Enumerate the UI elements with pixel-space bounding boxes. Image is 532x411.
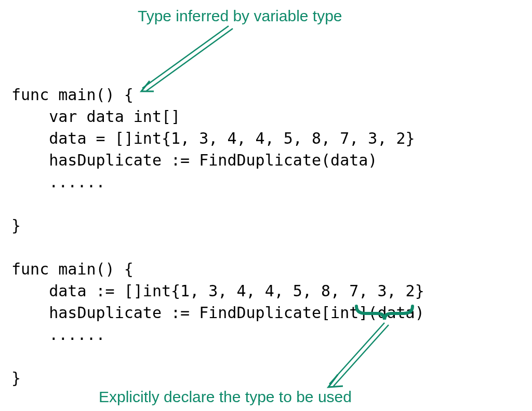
diagram-canvas: Type inferred by variable type func main… [0, 0, 532, 411]
annotation-bottom: Explicitly declare the type to be used [99, 388, 352, 406]
annotation-top: Type inferred by variable type [138, 7, 342, 25]
arrow-top [141, 26, 233, 91]
code-line: data := []int{1, 3, 4, 4, 5, 8, 7, 3, 2} [11, 282, 424, 300]
code-line: data = []int{1, 3, 4, 4, 5, 8, 7, 3, 2} [11, 129, 415, 147]
code-block-inferred: func main() { var data int[] data = []in… [11, 84, 415, 237]
code-line: } [11, 369, 21, 387]
code-line: func main() { [11, 86, 134, 104]
code-block-explicit: func main() { data := []int{1, 3, 4, 4, … [11, 258, 424, 389]
svg-line-1 [147, 29, 233, 91]
svg-line-0 [142, 26, 229, 88]
code-line: hasDuplicate := FindDuplicate[int](data) [11, 304, 424, 322]
code-line: } [11, 216, 21, 235]
code-line: var data int[] [11, 107, 180, 126]
code-line: func main() { [11, 260, 134, 278]
code-line: ...... [11, 173, 105, 191]
code-line: ...... [11, 325, 105, 344]
code-line: hasDuplicate := FindDuplicate(data) [11, 151, 377, 169]
